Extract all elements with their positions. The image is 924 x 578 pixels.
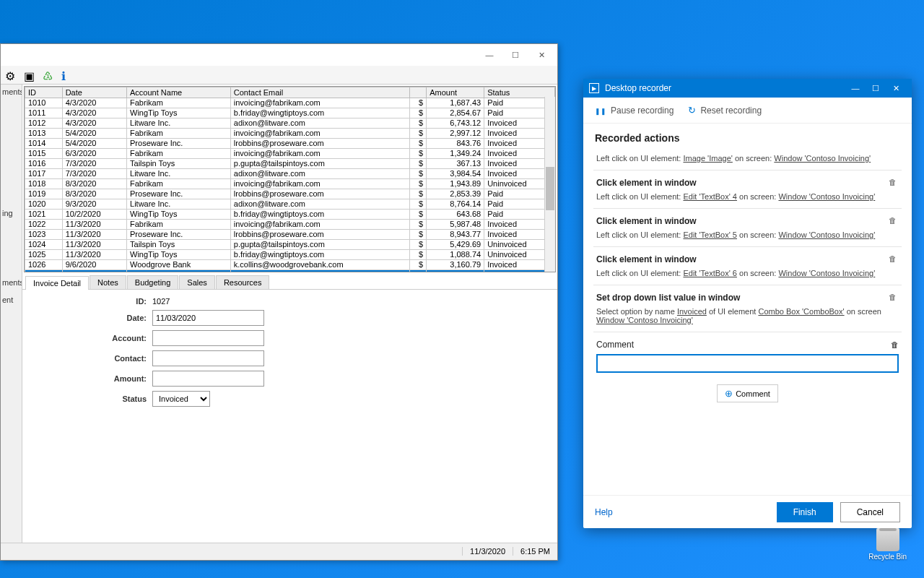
sidebar-item[interactable] — [2, 243, 22, 256]
status-bar: 11/3/2020 6:15 PM — [1, 543, 557, 558]
sidebar-item[interactable] — [2, 157, 22, 170]
finish-button[interactable]: Finish — [777, 502, 833, 522]
account-field[interactable] — [152, 330, 264, 346]
table-row[interactable]: 10114/3/2020WingTip Toysb.friday@wingtip… — [25, 108, 555, 118]
recorded-actions-header: Recorded actions — [583, 124, 912, 147]
table-row[interactable]: 102311/3/2020Proseware Inc.lrobbins@pros… — [25, 230, 555, 240]
delete-action-icon[interactable] — [889, 254, 899, 264]
delete-action-icon[interactable] — [889, 293, 899, 303]
date-field[interactable] — [152, 310, 264, 326]
tab-notes[interactable]: Notes — [90, 275, 126, 289]
id-label: ID: — [37, 297, 152, 306]
status-label: Status — [37, 394, 152, 403]
delete-action-icon[interactable] — [889, 178, 899, 188]
delete-action-icon[interactable] — [889, 216, 899, 226]
recorded-action: Click element in windowLeft click on UI … — [593, 171, 902, 209]
comment-input[interactable] — [596, 354, 899, 373]
recorder-titlebar[interactable]: ▶ Desktop recorder — ☐ ✕ — [583, 79, 912, 98]
action-description: Left click on UI element: Edit 'TextBox'… — [596, 230, 899, 239]
recorder-close[interactable]: ✕ — [886, 84, 906, 93]
status-select[interactable]: Invoiced — [152, 391, 210, 407]
table-row[interactable]: 10269/6/2020Woodgrove Bankk.collins@wood… — [25, 260, 555, 270]
column-header[interactable]: Contact Email — [230, 87, 409, 98]
contact-field[interactable] — [152, 350, 264, 366]
sidebar-item[interactable] — [2, 122, 22, 135]
reset-icon — [688, 105, 696, 116]
tab-budgeting[interactable]: Budgeting — [127, 275, 179, 289]
table-row[interactable]: 10135/4/2020Fabrikaminvoicing@fabrikam.c… — [25, 129, 555, 139]
sidebar-item[interactable]: ent — [2, 296, 22, 309]
recorder-maximize[interactable]: ☐ — [866, 84, 886, 93]
desktop-recorder-window: ▶ Desktop recorder — ☐ ✕ Pause recording… — [583, 79, 912, 528]
sidebar-item[interactable]: ments — [2, 278, 22, 291]
table-row[interactable]: 10145/4/2020Proseware Inc.lrobbins@prose… — [25, 139, 555, 149]
recycle-bin-label: Recycle Bin — [868, 553, 907, 561]
box-icon[interactable]: ▣ — [24, 69, 35, 81]
comment-label: Comment — [596, 340, 634, 350]
sidebar-item[interactable] — [2, 174, 22, 187]
recorder-minimize[interactable]: — — [845, 84, 866, 92]
table-row[interactable]: 10198/3/2020Proseware Inc.lrobbins@prose… — [25, 189, 555, 199]
tab-resources[interactable]: Resources — [216, 275, 270, 289]
maximize-button[interactable]: ☐ — [502, 46, 528, 64]
help-link[interactable]: Help — [595, 507, 770, 517]
table-row[interactable]: 102411/3/2020Tailspin Toysp.gupta@tailsp… — [25, 240, 555, 250]
amount-field[interactable] — [152, 371, 264, 387]
bin-icon[interactable]: ♳ — [43, 69, 54, 81]
table-row[interactable]: 10167/3/2020Tailspin Toysp.gupta@tailspi… — [25, 159, 555, 169]
sidebar-item[interactable] — [2, 226, 22, 239]
action-description: Left click on UI element: Image 'Image' … — [596, 154, 899, 163]
table-row[interactable]: 10156/3/2020Fabrikaminvoicing@fabrikam.c… — [25, 149, 555, 159]
tab-sales[interactable]: Sales — [179, 275, 215, 289]
recorder-title: Desktop recorder — [605, 83, 671, 93]
action-title: Click element in window — [596, 216, 899, 226]
info-icon[interactable]: ℹ — [61, 69, 73, 81]
recorder-icon: ▶ — [589, 83, 599, 93]
invoicing-window: — ☐ ✕ ⚙ ▣ ♳ ℹ mentsingmentsent IDDateAcc… — [0, 43, 558, 561]
delete-comment-icon[interactable] — [891, 340, 899, 350]
invoice-grid[interactable]: IDDateAccount NameContact EmailAmountSta… — [24, 86, 556, 272]
table-row[interactable]: 10177/3/2020Litware Inc.adixon@litware.c… — [25, 169, 555, 179]
app-titlebar[interactable]: — ☐ ✕ — [1, 44, 557, 66]
pause-recording-button[interactable]: Pause recording — [595, 105, 674, 116]
gear-icon[interactable]: ⚙ — [5, 69, 17, 81]
table-row[interactable]: 10104/3/2020Fabrikaminvoicing@fabrikam.c… — [25, 98, 555, 108]
reset-recording-button[interactable]: Reset recording — [688, 105, 762, 116]
cancel-button[interactable]: Cancel — [840, 502, 900, 522]
close-button[interactable]: ✕ — [528, 46, 554, 64]
table-row[interactable]: 10209/3/2020Litware Inc.adixon@litware.c… — [25, 199, 555, 210]
table-row[interactable]: 10188/3/2020Fabrikaminvoicing@fabrikam.c… — [25, 179, 555, 189]
minimize-button[interactable]: — — [476, 46, 502, 64]
table-row[interactable]: 102211/3/2020Fabrikaminvoicing@fabrikam.… — [25, 220, 555, 230]
sidebar-item[interactable] — [2, 105, 22, 118]
add-comment-button[interactable]: Comment — [717, 384, 778, 402]
recorded-action: Click element in windowLeft click on UI … — [593, 247, 902, 285]
grid-scrollbar[interactable] — [544, 97, 555, 272]
comment-block: Comment — [593, 332, 902, 380]
table-row[interactable]: 102711/3/2020$Invoiced — [25, 270, 555, 273]
actions-list: Left click on UI element: Image 'Image' … — [583, 147, 912, 495]
invoice-detail-panel: ID:1027 Date: Account: Contact: Amount: … — [22, 290, 557, 543]
sidebar-item[interactable]: ments — [2, 87, 22, 100]
plus-icon — [725, 388, 733, 399]
column-header[interactable]: Amount — [427, 87, 484, 98]
sidebar-item[interactable]: ing — [2, 209, 22, 222]
recorded-action: Click element in windowLeft click on UI … — [593, 209, 902, 247]
table-row[interactable]: 102511/3/2020WingTip Toysb.friday@wingti… — [25, 250, 555, 260]
sidebar-item[interactable] — [2, 261, 22, 274]
recycle-bin-icon — [876, 528, 899, 551]
column-header[interactable]: Account Name — [127, 87, 231, 98]
action-description: Left click on UI element: Edit 'TextBox'… — [596, 192, 899, 201]
sidebar-item[interactable] — [2, 191, 22, 204]
table-row[interactable]: 102110/2/2020WingTip Toysb.friday@wingti… — [25, 210, 555, 220]
amount-label: Amount: — [37, 374, 152, 383]
recycle-bin[interactable]: Recycle Bin — [868, 528, 907, 561]
column-header[interactable]: Date — [62, 87, 126, 98]
status-time: 6:15 PM — [513, 547, 557, 556]
sidebar-item[interactable] — [2, 139, 22, 152]
tab-invoice-detail[interactable]: Invoice Detail — [25, 276, 89, 290]
table-row[interactable]: 10124/3/2020Litware Inc.adixon@litware.c… — [25, 118, 555, 129]
column-header[interactable]: ID — [25, 87, 63, 98]
column-header[interactable] — [409, 87, 426, 98]
pause-icon — [595, 105, 606, 116]
